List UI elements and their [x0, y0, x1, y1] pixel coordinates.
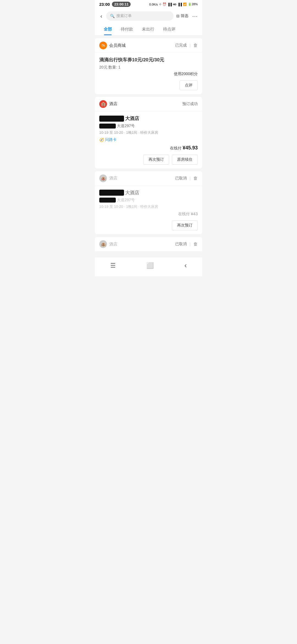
- order-1-merchant-name: 会员商城: [109, 43, 126, 48]
- order-2-status: 预订成功: [182, 102, 198, 107]
- tab-pending-review-label: 待点评: [163, 27, 175, 31]
- back-button[interactable]: ‹: [99, 12, 103, 20]
- peek-merchant: 🏨 酒店: [99, 240, 117, 248]
- peek-merchant-icon: 🏨: [99, 240, 107, 248]
- filter-label: 筛选: [181, 13, 188, 18]
- order-1-merchant: 🛍 会员商城: [99, 42, 126, 49]
- nav-menu-icon: ☰: [110, 262, 116, 269]
- peek-status: 已取消 | 🗑: [175, 242, 198, 247]
- nav-link-label: 问路卡: [105, 137, 117, 142]
- signal-icon-2: ▐▐: [177, 3, 182, 6]
- status-pill: 23:00:11: [112, 2, 131, 7]
- order-1-delete-button[interactable]: 🗑: [193, 43, 198, 48]
- order-3-rebook-button[interactable]: 再次预订: [172, 220, 198, 230]
- filter-button[interactable]: ⊟ 筛选: [176, 13, 188, 18]
- order-2-actions: 再次预订 原房续住: [99, 154, 198, 165]
- nav-menu-button[interactable]: ☰: [102, 261, 124, 270]
- peek-status-text: 已取消: [175, 242, 187, 247]
- order-1-divider: |: [189, 43, 191, 48]
- order-2-merchant: 🏨 酒店: [99, 100, 117, 108]
- order-2-title-suffix: 大酒店: [125, 115, 139, 122]
- order-2-title-redacted: [99, 116, 124, 122]
- order-list: 🛍 会员商城 已完成 | 🗑 滴滴出行快车券10元/20元/30元 20元 数量…: [95, 36, 202, 254]
- order-1-merchant-icon: 🛍: [99, 42, 107, 49]
- order-3-address-suffix: 大道297号: [117, 198, 135, 203]
- order-2-merchant-name: 酒店: [109, 101, 117, 107]
- search-placeholder: 搜索订单: [116, 13, 132, 18]
- order-2-date-info: 10-19 至 10-20 · 1晚1间 · 特价大床房: [99, 130, 198, 135]
- order-2-body: 大酒店 大道297号 10-19 至 10-20 · 1晚1间 · 特价大床房 …: [95, 111, 202, 168]
- battery-icon: 🔋28%: [188, 2, 198, 6]
- order-1-actions: 点评: [99, 79, 198, 90]
- tab-pending-pay[interactable]: 待付款: [116, 23, 138, 35]
- wifi-icon: 📶: [183, 2, 187, 6]
- order-3-price-value: ¥43: [191, 211, 198, 216]
- order-3-merchant: 🏨 酒店: [99, 174, 117, 182]
- order-2-status-text: 预订成功: [182, 102, 198, 107]
- tab-pending-review[interactable]: 待点评: [159, 23, 180, 35]
- filter-icon: ⊟: [176, 14, 180, 18]
- order-3-price: 在线付 ¥43: [99, 211, 198, 217]
- nav-back-button[interactable]: ‹: [176, 260, 195, 271]
- order-1-subtitle: 20元 数量: 1: [99, 65, 198, 70]
- order-2-address: 大道297号: [99, 124, 198, 129]
- order-2-nav-link[interactable]: 🧭 问路卡: [99, 137, 198, 142]
- alarm-icon: ⏰: [163, 2, 166, 6]
- order-card-1: 🛍 会员商城 已完成 | 🗑 滴滴出行快车券10元/20元/30元 20元 数量…: [95, 38, 202, 94]
- order-2-address-redacted: [99, 124, 116, 129]
- tab-all-label: 全部: [104, 27, 112, 31]
- order-2-extend-button[interactable]: 原房续住: [172, 155, 198, 165]
- order-1-title: 滴滴出行快车券10元/20元/30元: [99, 57, 198, 63]
- nav-home-button[interactable]: ⬜: [138, 261, 162, 270]
- tab-not-traveled-label: 未出行: [142, 27, 154, 31]
- order-3-price-label: 在线付: [178, 212, 190, 216]
- order-2-price-value: ¥45.93: [183, 145, 198, 151]
- order-2-rebook-button[interactable]: 再次预订: [143, 155, 169, 165]
- nav-back-icon: ‹: [185, 261, 187, 270]
- tab-not-traveled[interactable]: 未出行: [138, 23, 159, 35]
- order-1-header: 🛍 会员商城 已完成 | 🗑: [95, 38, 202, 53]
- tab-all[interactable]: 全部: [99, 23, 116, 35]
- order-3-body: 大酒店 大道297号 10-19 至 10-20 · 1晚1间 · 特价大床房 …: [95, 186, 202, 234]
- order-2-price: 在线付 ¥45.93: [99, 145, 198, 151]
- order-3-address: 大道297号: [99, 198, 198, 203]
- tab-pending-pay-label: 待付款: [121, 27, 133, 31]
- order-2-merchant-icon: 🏨: [99, 100, 107, 108]
- order-2-address-suffix: 大道297号: [117, 124, 135, 129]
- order-3-actions: 再次预订: [99, 219, 198, 230]
- header: ‹ 🔍 搜索订单 ⊟ 筛选 ···: [95, 9, 202, 23]
- nav-link-icon: 🧭: [99, 138, 104, 142]
- order-3-status-text: 已取消: [175, 176, 187, 181]
- order-card-2: 🏨 酒店 预订成功 大酒店 大道297号 10-19 至 10-20 · 1晚1…: [95, 97, 202, 168]
- order-3-title: 大酒店: [99, 190, 198, 196]
- order-3-status: 已取消 | 🗑: [175, 176, 198, 181]
- order-3-merchant-icon: 🏨: [99, 174, 107, 182]
- order-1-points: 使用2000积分: [99, 72, 198, 77]
- status-time: 23:00: [99, 2, 110, 7]
- tabs-bar: 全部 待付款 未出行 待点评: [95, 23, 202, 36]
- status-icons: 0.0K/s ⊹ ⏰ ▐▐ HD ▐▐ 📶 🔋28%: [149, 2, 198, 6]
- header-right: ⊟ 筛选 ···: [176, 13, 198, 19]
- search-icon: 🔍: [110, 14, 115, 18]
- order-2-price-label: 在线付: [170, 146, 182, 150]
- order-2-title: 大酒店: [99, 115, 198, 122]
- peek-delete-button[interactable]: 🗑: [193, 242, 198, 247]
- status-bar: 23:00 23:00:11 0.0K/s ⊹ ⏰ ▐▐ HD ▐▐ 📶 🔋28…: [95, 0, 202, 9]
- order-3-merchant-name: 酒店: [109, 176, 117, 181]
- peek-divider: |: [189, 242, 191, 246]
- order-card-3: 🏨 酒店 已取消 | 🗑 大酒店 大道297号 10-19 至 10-20 · …: [95, 171, 202, 234]
- search-bar[interactable]: 🔍 搜索订单: [106, 11, 174, 21]
- order-1-review-button[interactable]: 点评: [180, 80, 198, 90]
- order-3-date-info: 10-19 至 10-20 · 1晚1间 · 特价大床房: [99, 204, 198, 209]
- order-1-body: 滴滴出行快车券10元/20元/30元 20元 数量: 1 使用2000积分 点评: [95, 53, 202, 94]
- bluetooth-icon: ⊹: [159, 2, 161, 6]
- order-3-divider: |: [189, 176, 191, 181]
- order-3-header: 🏨 酒店 已取消 | 🗑: [95, 171, 202, 186]
- bottom-nav: ☰ ⬜ ‹: [95, 257, 202, 276]
- more-button[interactable]: ···: [192, 13, 198, 19]
- order-3-delete-button[interactable]: 🗑: [193, 176, 198, 181]
- network-status: 0.0K/s: [149, 3, 158, 6]
- order-3-title-suffix: 大酒店: [125, 190, 139, 196]
- hd-label: HD: [173, 3, 176, 6]
- order-3-title-redacted: [99, 190, 124, 196]
